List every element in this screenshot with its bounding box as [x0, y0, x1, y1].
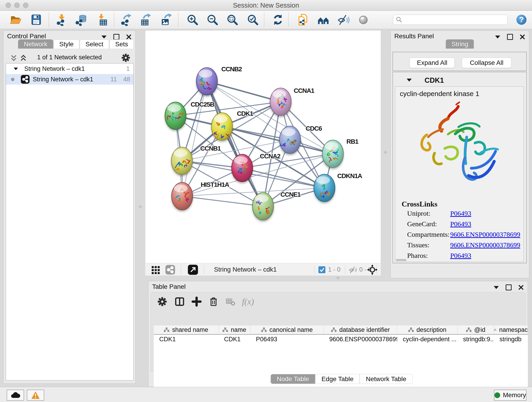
- gene-box-scrollbar[interactable]: [396, 259, 406, 261]
- table-cell[interactable]: CDK1: [154, 336, 219, 343]
- float-panel-icon[interactable]: [114, 34, 119, 40]
- collection-expand-icon[interactable]: [14, 67, 18, 70]
- show-columns-button[interactable]: [174, 296, 185, 307]
- panel-menu-icon[interactable]: [101, 36, 107, 38]
- refresh-button[interactable]: [272, 13, 284, 26]
- crosslink-link[interactable]: 9606.ENSP00000378699: [450, 230, 520, 238]
- table-settings-button[interactable]: [157, 296, 168, 307]
- zoom-selected-button[interactable]: [247, 13, 259, 26]
- home-views-button[interactable]: [317, 13, 330, 26]
- tab-node-table[interactable]: Node Table: [271, 374, 315, 384]
- table-float-panel-icon[interactable]: [506, 284, 512, 290]
- delete-table-button[interactable]: [225, 296, 236, 307]
- tab-string[interactable]: String: [446, 39, 474, 49]
- memory-label: Memory: [503, 391, 526, 399]
- help-button[interactable]: ?: [515, 13, 528, 26]
- tab-network[interactable]: Network: [18, 39, 53, 49]
- bottom-splitter-handle[interactable]: [336, 276, 339, 279]
- gene-collapse-icon[interactable]: [407, 79, 412, 82]
- column-header-name[interactable]: name: [219, 325, 250, 334]
- control-panel: Control Panel NetworkStyleSelectSets 1 o…: [3, 31, 136, 384]
- search-field: [393, 15, 507, 25]
- network-canvas[interactable]: CCNB2CCNA1CDC25BCDK1CDC6RB1CCNB1CCNA2CDK…: [145, 31, 381, 263]
- table-cell[interactable]: stringdb: [494, 336, 528, 343]
- zoom-out-button[interactable]: [206, 13, 219, 26]
- table-cell[interactable]: P06493: [250, 336, 324, 343]
- results-panel-menu-icon[interactable]: [495, 36, 500, 38]
- column-header-namespac[interactable]: namespac: [494, 325, 528, 334]
- expand-all-button[interactable]: Expand All: [409, 57, 455, 68]
- table-cell[interactable]: 9606.ENSP00000378699: [324, 336, 397, 343]
- table-row[interactable]: CDK1CDK1P064939606.ENSP00000378699cyclin…: [154, 335, 528, 344]
- network-view-share-icon[interactable]: [165, 265, 175, 274]
- function-builder-button[interactable]: f(x): [242, 296, 254, 307]
- tab-sets[interactable]: Sets: [109, 39, 134, 49]
- zoom-in-button[interactable]: [186, 13, 199, 26]
- results-close-panel-icon[interactable]: [520, 34, 525, 39]
- warnings-button[interactable]: [27, 390, 44, 401]
- view-title: String Network – cdk1: [214, 266, 277, 273]
- copy-style-button[interactable]: [297, 13, 309, 26]
- grid-view-icon[interactable]: [151, 265, 160, 274]
- cloud-button[interactable]: [7, 390, 24, 401]
- node-label-CCNB2: CCNB2: [221, 65, 242, 73]
- table-cell[interactable]: CDK1: [219, 336, 250, 343]
- import-network-button[interactable]: [56, 13, 68, 26]
- network-graph[interactable]: CCNB2CCNA1CDC25BCDK1CDC6RB1CCNB1CCNA2CDK…: [145, 31, 381, 263]
- collapse-all-button[interactable]: Collapse All: [462, 57, 512, 68]
- node-label-HIST1H1A: HIST1H1A: [201, 181, 229, 188]
- table-cell[interactable]: stringdb:9...: [457, 336, 494, 343]
- gear-icon[interactable]: [121, 53, 130, 62]
- results-float-panel-icon[interactable]: [507, 34, 513, 40]
- crosslink-link[interactable]: P06493: [450, 210, 471, 217]
- network-row-selected[interactable]: String Network – cdk1 11 48: [6, 74, 133, 85]
- memory-button[interactable]: Memory: [494, 390, 526, 401]
- network-node-HIST1H1A[interactable]: HIST1H1A: [172, 181, 229, 210]
- zoom-out-icon: [206, 13, 219, 26]
- search-input[interactable]: [402, 16, 507, 24]
- crosslink-link[interactable]: 9606.ENSP00000378699: [450, 241, 520, 249]
- detach-view-icon[interactable]: [188, 265, 198, 275]
- tab-select[interactable]: Select: [80, 39, 109, 49]
- hide-graphics-details-button[interactable]: [337, 13, 350, 26]
- column-header-canonical-name[interactable]: canonical name: [250, 325, 324, 334]
- fit-content-crosshair-icon[interactable]: [367, 264, 378, 275]
- add-column-button[interactable]: [191, 296, 202, 307]
- column-header--id[interactable]: @id: [457, 325, 494, 334]
- column-header-description[interactable]: description: [397, 325, 457, 334]
- left-splitter-handle[interactable]: [139, 205, 142, 208]
- network-node-CCNA2[interactable]: CCNA2: [232, 153, 280, 182]
- zoom-fit-button[interactable]: [226, 13, 239, 26]
- crosslink-link[interactable]: P06493: [450, 252, 471, 259]
- tab-style[interactable]: Style: [54, 39, 79, 49]
- export-image-button[interactable]: [160, 13, 172, 26]
- column-header-database-identifier[interactable]: database identifier: [324, 325, 397, 334]
- network-node-CCNA1[interactable]: CCNA1: [270, 87, 314, 115]
- table-cell[interactable]: cyclin-dependent ...: [397, 336, 457, 343]
- network-collection-row[interactable]: String Network – cdk1 1: [6, 64, 133, 74]
- right-splitter-handle[interactable]: [384, 151, 387, 154]
- crosslink-link[interactable]: P06493: [450, 220, 471, 228]
- export-table-button[interactable]: [140, 13, 152, 26]
- tab-network-table[interactable]: Network Table: [360, 374, 413, 384]
- network-node-CDKN1A[interactable]: CDKN1A: [314, 172, 362, 202]
- export-network-button[interactable]: [120, 13, 133, 26]
- table-close-panel-icon[interactable]: [519, 285, 524, 290]
- save-session-button[interactable]: [30, 13, 42, 26]
- network-node-RB1[interactable]: RB1: [322, 138, 358, 167]
- selected-checkbox-icon[interactable]: [318, 266, 325, 273]
- close-panel-icon[interactable]: [126, 34, 131, 39]
- network-node-CCNB2[interactable]: CCNB2: [196, 65, 242, 95]
- network-node-CDK1[interactable]: CDK1: [211, 110, 253, 140]
- table-panel-menu-icon[interactable]: [494, 286, 499, 289]
- zoom-selected-icon: [247, 13, 259, 26]
- column-header-shared-name[interactable]: shared name: [154, 325, 219, 334]
- show-graphics-button[interactable]: [357, 13, 370, 26]
- open-session-button[interactable]: [9, 13, 22, 26]
- import-database-button[interactable]: [75, 13, 87, 26]
- network-node-CCNE1[interactable]: CCNE1: [253, 191, 301, 220]
- tab-edge-table[interactable]: Edge Table: [315, 374, 360, 384]
- network-node-CDC25B[interactable]: CDC25B: [165, 101, 214, 129]
- delete-column-button[interactable]: [208, 296, 219, 307]
- import-table-button[interactable]: [96, 13, 109, 26]
